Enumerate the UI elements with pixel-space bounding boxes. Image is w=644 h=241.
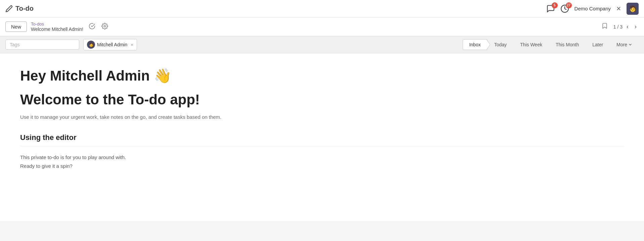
- tab-later[interactable]: Later: [586, 39, 609, 50]
- bookmark-icon: [601, 22, 608, 30]
- tags-placeholder: Tags: [10, 42, 20, 47]
- user-filter[interactable]: 🧑 Mitchell Admin ×: [83, 39, 137, 50]
- tab-this-month[interactable]: This Month: [549, 39, 585, 50]
- settings-button[interactable]: [100, 21, 109, 32]
- pagination: 1 / 3 ‹ ›: [613, 22, 639, 32]
- user-avatar[interactable]: 🧑: [627, 3, 639, 15]
- filter-tabs: Inbox Today This Week This Month Later M…: [463, 39, 639, 50]
- pencil-icon: [5, 5, 13, 12]
- notifications-button[interactable]: 5: [546, 4, 555, 13]
- clock-button[interactable]: 27: [560, 4, 569, 13]
- clock-badge: 27: [566, 2, 572, 8]
- section1-text2: Ready to give it a spin?: [20, 162, 624, 171]
- company-name[interactable]: Demo Company: [574, 6, 611, 11]
- app-logo: To-do: [5, 5, 34, 12]
- section1-text1: This private to-do is for you to play ar…: [20, 153, 624, 162]
- chevron-down-icon: [628, 43, 632, 47]
- filter-user-name: Mitchell Admin: [97, 42, 127, 47]
- toolbar-actions: [87, 21, 109, 32]
- breadcrumb: To-dos Welcome Mitchell Admin!: [31, 21, 83, 32]
- checkmark-circle-icon: [89, 23, 95, 30]
- page-next-button[interactable]: ›: [633, 22, 639, 32]
- main-content: Hey Mitchell Admin 👋 Welcome to the To-d…: [0, 53, 644, 221]
- svg-point-1: [104, 25, 106, 27]
- bookmark-button[interactable]: [600, 21, 609, 33]
- page-info: 1 / 3: [613, 24, 623, 30]
- tags-input[interactable]: Tags: [5, 40, 79, 50]
- tab-more[interactable]: More: [610, 39, 639, 50]
- tab-inbox[interactable]: Inbox: [463, 39, 487, 50]
- section1-body: This private to-do is for you to play ar…: [20, 153, 624, 170]
- page-prev-button[interactable]: ‹: [625, 22, 631, 32]
- filter-user-remove[interactable]: ×: [131, 42, 133, 47]
- top-navigation: To-do 5 27 Demo Company ✕ 🧑: [0, 0, 644, 17]
- breadcrumb-link[interactable]: To-dos: [31, 21, 83, 27]
- close-button[interactable]: ✕: [616, 5, 621, 12]
- toolbar: New To-dos Welcome Mitchell Admin! 1 / 3: [0, 17, 644, 36]
- new-button[interactable]: New: [5, 21, 27, 32]
- section1-title: Using the editor: [20, 133, 624, 142]
- filter-bar: Tags 🧑 Mitchell Admin × Inbox Today This…: [0, 36, 644, 53]
- welcome-title-line1: Hey Mitchell Admin 👋: [20, 67, 624, 85]
- welcome-heading: Hey Mitchell Admin 👋 Welcome to the To-d…: [20, 67, 624, 109]
- app-title: To-do: [15, 5, 34, 12]
- mark-done-button[interactable]: [87, 21, 97, 32]
- tab-today[interactable]: Today: [488, 39, 513, 50]
- filter-user-avatar: 🧑: [87, 41, 95, 49]
- breadcrumb-current: Welcome Mitchell Admin!: [31, 27, 83, 32]
- notifications-badge: 5: [552, 2, 558, 8]
- gear-icon: [101, 23, 108, 30]
- nav-right-section: 5 27 Demo Company ✕ 🧑: [546, 3, 639, 15]
- welcome-description: Use it to manage your urgent work, take …: [20, 114, 624, 120]
- tab-this-week[interactable]: This Week: [514, 39, 549, 50]
- section-divider: [20, 146, 624, 146]
- welcome-title-line2: Welcome to the To-do app!: [20, 91, 624, 109]
- avatar-image: 🧑: [627, 3, 639, 15]
